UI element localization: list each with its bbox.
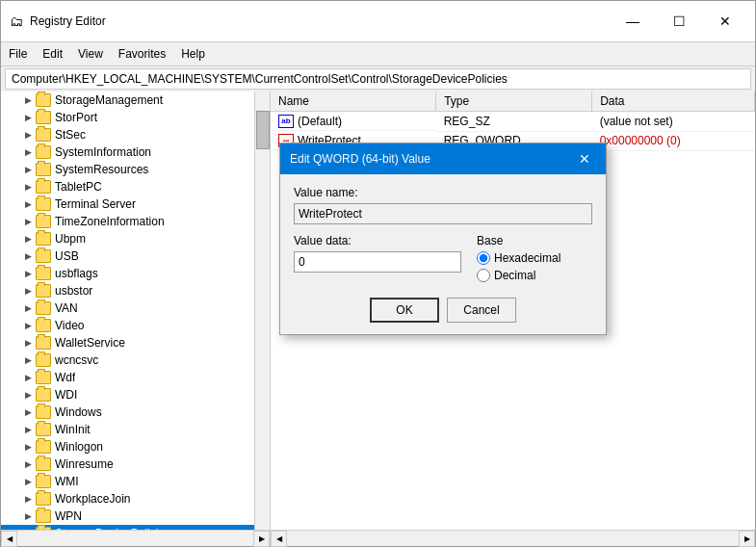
value-data-input[interactable] <box>294 251 461 273</box>
tree-item-9[interactable]: ▶USB <box>1 247 270 265</box>
tree-label-3: SystemInformation <box>55 145 151 159</box>
radio-decimal-input[interactable] <box>477 269 490 282</box>
dialog-title: Edit QWORD (64-bit) Value <box>290 152 430 166</box>
folder-icon-25 <box>36 527 51 530</box>
tree-item-22[interactable]: ▶WMI <box>1 473 270 490</box>
tree-item-15[interactable]: ▶wcncsvc <box>1 352 270 369</box>
table-row[interactable]: ab(Default)REG_SZ(value not set) <box>271 112 755 132</box>
folder-icon-6 <box>36 197 51 211</box>
radio-decimal-label: Decimal <box>494 269 535 282</box>
tree-label-6: Terminal Server <box>55 197 136 211</box>
tree-item-13[interactable]: ▶Video <box>1 317 270 334</box>
tree-item-7[interactable]: ▶TimeZoneInformation <box>1 213 270 230</box>
scroll-track-left[interactable] <box>17 531 253 546</box>
tree-label-20: Winlogon <box>55 440 103 454</box>
folder-icon-17 <box>36 388 51 402</box>
scroll-left-btn[interactable]: ◀ <box>1 531 17 547</box>
maximize-button[interactable]: ☐ <box>657 7 701 36</box>
tree-item-5[interactable]: ▶TabletPC <box>1 178 270 195</box>
tree-item-25[interactable]: ▶StorageDevicePolicies <box>1 525 270 530</box>
col-name: Name <box>271 91 436 112</box>
tree-item-18[interactable]: ▶Windows <box>1 404 270 421</box>
col-type: Type <box>436 91 592 112</box>
tree-item-10[interactable]: ▶usbflags <box>1 265 270 282</box>
tree-arrow-20: ▶ <box>20 439 36 455</box>
tree-label-22: WMI <box>55 475 79 488</box>
ok-button[interactable]: OK <box>370 298 439 323</box>
close-button[interactable]: ✕ <box>703 7 747 36</box>
cancel-button[interactable]: Cancel <box>447 298 516 323</box>
tree-item-20[interactable]: ▶Winlogon <box>1 438 270 456</box>
minimize-button[interactable]: — <box>611 7 655 36</box>
menu-help[interactable]: Help <box>173 44 213 64</box>
tree-arrow-19: ▶ <box>20 422 36 437</box>
tree-arrow-5: ▶ <box>20 179 36 195</box>
tree-item-24[interactable]: ▶WPN <box>1 508 270 525</box>
folder-icon-4 <box>36 163 51 176</box>
tree-arrow-4: ▶ <box>20 162 36 177</box>
scroll-right-btn2[interactable]: ▶ <box>739 531 755 547</box>
tree-item-11[interactable]: ▶usbstor <box>1 282 270 300</box>
tree-item-23[interactable]: ▶WorkplaceJoin <box>1 490 270 508</box>
address-bar: Computer\HKEY_LOCAL_MACHINE\SYSTEM\Curre… <box>5 68 751 90</box>
tree-label-19: WinInit <box>55 423 91 436</box>
tree-arrow-15: ▶ <box>20 352 36 368</box>
tree-item-8[interactable]: ▶Ubpm <box>1 230 270 247</box>
tree-item-16[interactable]: ▶Wdf <box>1 369 270 386</box>
tree-item-17[interactable]: ▶WDI <box>1 386 270 404</box>
scroll-left-btn2[interactable]: ◀ <box>271 531 287 547</box>
folder-icon-20 <box>36 440 51 454</box>
tree-item-14[interactable]: ▶WalletService <box>1 334 270 352</box>
menu-file[interactable]: File <box>1 44 35 64</box>
tree-arrow-2: ▶ <box>20 127 36 143</box>
tree-label-17: WDI <box>55 388 77 402</box>
tree-item-1[interactable]: ▶StorPort <box>1 109 270 126</box>
menu-view[interactable]: View <box>70 44 111 64</box>
tree-item-2[interactable]: ▶StSec <box>1 126 270 143</box>
folder-icon-1 <box>36 111 51 124</box>
tree-label-23: WorkplaceJoin <box>55 492 130 506</box>
radio-hexadecimal-input[interactable] <box>477 251 490 265</box>
tree-arrow-1: ▶ <box>20 110 36 125</box>
tree-label-11: usbstor <box>55 284 92 298</box>
tree-item-19[interactable]: ▶WinInit <box>1 421 270 438</box>
menu-edit[interactable]: Edit <box>35 44 70 64</box>
folder-icon-21 <box>36 457 51 471</box>
tree-item-12[interactable]: ▶VAN <box>1 300 270 317</box>
folder-icon-2 <box>36 128 51 142</box>
tree-arrow-17: ▶ <box>20 387 36 403</box>
tree-label-16: Wdf <box>55 371 75 384</box>
tree-arrow-23: ▶ <box>20 491 36 507</box>
tree-item-21[interactable]: ▶Winresume <box>1 456 270 473</box>
menu-favorites[interactable]: Favorites <box>111 44 173 64</box>
tree-arrow-16: ▶ <box>20 370 36 385</box>
scroll-track-right[interactable] <box>287 531 739 546</box>
tree-label-0: StorageManagement <box>55 93 163 107</box>
tree-item-0[interactable]: ▶StorageManagement <box>1 91 270 109</box>
tree-arrow-18: ▶ <box>20 404 36 420</box>
value-name-input[interactable] <box>294 203 592 224</box>
radio-decimal[interactable]: Decimal <box>477 269 592 282</box>
dialog-body: Value name: Value data: Base Hexadecimal <box>280 174 606 334</box>
radio-hexadecimal[interactable]: Hexadecimal <box>477 251 592 265</box>
folder-icon-5 <box>36 180 51 194</box>
window-title: Registry Editor <box>30 14 605 28</box>
col-data: Data <box>592 91 755 112</box>
dialog-buttons: OK Cancel <box>294 294 592 323</box>
folder-icon-18 <box>36 405 51 419</box>
tree-pane[interactable]: ▶StorageManagement▶StorPort▶StSec▶System… <box>1 91 271 530</box>
tree-arrow-11: ▶ <box>20 283 36 299</box>
tree-item-6[interactable]: ▶Terminal Server <box>1 195 270 213</box>
tree-label-9: USB <box>55 249 79 263</box>
dialog-close-button[interactable]: ✕ <box>573 149 596 169</box>
reg-type-0: REG_SZ <box>436 112 592 132</box>
menu-bar: File Edit View Favorites Help <box>1 42 755 66</box>
tree-item-4[interactable]: ▶SystemResources <box>1 161 270 178</box>
reg-name-0: ab(Default) <box>271 112 436 131</box>
scroll-right-btn[interactable]: ▶ <box>253 531 270 547</box>
tree-label-4: SystemResources <box>55 163 148 176</box>
app-icon: 🗂 <box>9 13 24 29</box>
radio-group: Hexadecimal Decimal <box>477 251 592 282</box>
folder-icon-14 <box>36 336 51 350</box>
tree-item-3[interactable]: ▶SystemInformation <box>1 143 270 161</box>
